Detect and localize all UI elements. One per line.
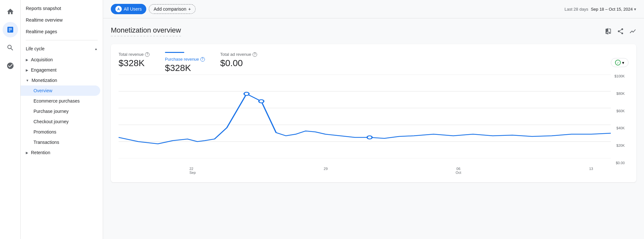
add-comparison-label: Add comparison	[154, 6, 186, 12]
sidebar-divider	[26, 40, 98, 40]
total-ad-revenue-value: $0.00	[220, 58, 257, 68]
total-revenue-value: $328K	[119, 58, 149, 68]
total-revenue-label: Total revenue ?	[119, 52, 149, 57]
main-content: A All Users Add comparison + Last 28 day…	[103, 0, 644, 239]
date-range-selector[interactable]: Sep 18 – Oct 15, 2024 ▾	[591, 7, 636, 12]
chart-card: Total revenue ? $328K Purchase revenue ?…	[111, 44, 636, 182]
acquisition-chevron: ▶	[26, 58, 28, 62]
chart-trough-dot	[367, 136, 372, 139]
top-bar-left: A All Users Add comparison +	[111, 4, 196, 14]
purchase-revenue-label: Purchase revenue ?	[165, 57, 205, 62]
analytics-icon[interactable]	[3, 22, 18, 37]
page-title: Monetization overview	[111, 26, 181, 36]
audience-explore-icon[interactable]	[3, 58, 18, 74]
plus-icon: +	[188, 6, 191, 12]
purchase-revenue-info-icon[interactable]: ?	[200, 57, 205, 62]
ecommerce-purchases-nav-item[interactable]: Ecommerce purchases	[21, 96, 100, 106]
acquisition-label: Acquisition	[31, 57, 53, 62]
realtime-overview-item[interactable]: Realtime overview	[21, 14, 100, 26]
purchase-revenue-metric: Purchase revenue ? $328K	[165, 52, 205, 73]
chart-area: $100K $80K $60K $40K $20K $0.00 22 Sep	[119, 75, 629, 174]
engagement-chevron: ▶	[26, 68, 28, 72]
retention-label: Retention	[31, 150, 50, 155]
total-revenue-info-icon[interactable]: ?	[145, 52, 149, 57]
overview-nav-item[interactable]: Overview	[21, 85, 100, 96]
home-icon[interactable]	[3, 4, 18, 19]
page-header: Monetization overview	[111, 26, 636, 36]
y-axis: $100K $80K $60K $40K $20K $0.00	[611, 75, 629, 165]
y-label-60k: $60K	[616, 109, 625, 113]
all-users-chip[interactable]: A All Users	[111, 4, 146, 14]
lifecycle-chevron: ▲	[94, 47, 98, 51]
date-dropdown-icon: ▾	[634, 7, 636, 12]
total-ad-revenue-label: Total ad revenue ?	[220, 52, 257, 57]
x-axis: 22 Sep 29 06 Oct 13	[119, 167, 629, 174]
status-dropdown-icon: ▾	[622, 60, 624, 65]
icon-bar	[0, 0, 21, 239]
total-revenue-metric: Total revenue ? $328K	[119, 52, 149, 68]
y-label-0: $0.00	[616, 161, 625, 165]
monetization-group-item[interactable]: ▼ Monetization	[21, 75, 103, 85]
purchase-revenue-indicator	[165, 52, 184, 53]
share-icon[interactable]	[617, 28, 624, 35]
date-range-value: Sep 18 – Oct 15, 2024	[591, 7, 633, 12]
page-header-actions	[605, 28, 636, 35]
status-check-icon: ✓	[615, 60, 621, 65]
chart-peak-dot	[244, 92, 249, 95]
retention-chevron: ▶	[26, 151, 28, 154]
y-label-80k: $80K	[616, 92, 625, 95]
lifecycle-section-header[interactable]: Life cycle ▲	[21, 43, 103, 55]
y-label-100k: $100K	[614, 75, 625, 78]
total-ad-revenue-info-icon[interactable]: ?	[253, 52, 257, 57]
compare-columns-icon[interactable]	[605, 28, 612, 35]
retention-group-item[interactable]: ▶ Retention	[21, 147, 103, 158]
add-comparison-chip[interactable]: Add comparison +	[149, 4, 196, 14]
total-ad-revenue-metric: Total ad revenue ? $0.00	[220, 52, 257, 68]
y-label-40k: $40K	[616, 126, 625, 130]
search-reports-icon[interactable]	[3, 40, 18, 55]
engagement-label: Engagement	[31, 67, 56, 73]
realtime-pages-item[interactable]: Realtime pages	[21, 26, 100, 37]
monetization-chevron: ▼	[26, 79, 29, 82]
revenue-chart-svg	[119, 75, 611, 158]
metrics-header-row: Total revenue ? $328K Purchase revenue ?…	[119, 52, 629, 73]
lifecycle-group: ▶ Acquisition ▶ Engagement ▼ Monetizatio…	[21, 55, 103, 158]
acquisition-group-item[interactable]: ▶ Acquisition	[21, 55, 103, 65]
insights-icon[interactable]	[629, 28, 636, 35]
purchase-journey-nav-item[interactable]: Purchase journey	[21, 106, 100, 116]
reports-snapshot-item[interactable]: Reports snapshot	[21, 3, 100, 14]
sidebar: Reports snapshot Realtime overview Realt…	[21, 0, 103, 239]
content-area: Monetization overview	[103, 18, 644, 239]
x-label-oct13: 13	[589, 167, 593, 174]
chart-second-dot	[259, 100, 264, 103]
y-label-20k: $20K	[616, 144, 625, 147]
x-label-oct06: 06 Oct	[456, 167, 461, 174]
top-bar: A All Users Add comparison + Last 28 day…	[103, 0, 644, 18]
chip-label: All Users	[124, 6, 142, 12]
date-prefix: Last 28 days	[564, 7, 588, 12]
status-button[interactable]: ✓ ▾	[611, 58, 629, 67]
monetization-label: Monetization	[32, 78, 57, 83]
top-bar-right: Last 28 days Sep 18 – Oct 15, 2024 ▾	[564, 7, 636, 12]
lifecycle-label: Life cycle	[26, 46, 44, 51]
checkout-journey-nav-item[interactable]: Checkout journey	[21, 116, 100, 127]
x-label-sep22: 22 Sep	[189, 167, 196, 174]
engagement-group-item[interactable]: ▶ Engagement	[21, 65, 103, 75]
x-label-sep29: 29	[324, 167, 328, 174]
promotions-nav-item[interactable]: Promotions	[21, 127, 100, 137]
purchase-revenue-value: $328K	[165, 63, 205, 73]
chip-avatar: A	[115, 6, 122, 12]
transactions-nav-item[interactable]: Transactions	[21, 137, 100, 147]
